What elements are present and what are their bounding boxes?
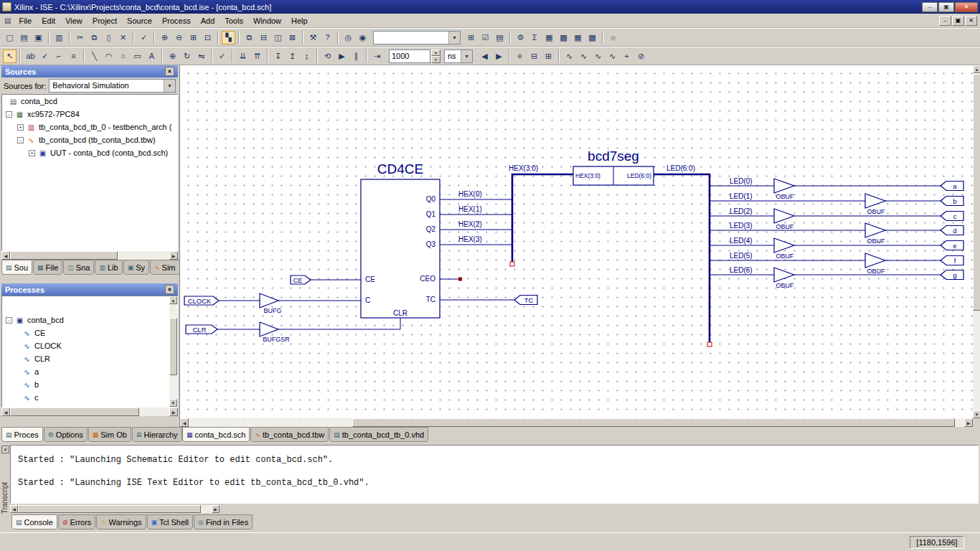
run-sim-icon[interactable]: ▶	[335, 50, 349, 63]
close-button[interactable]: ✕	[955, 2, 978, 12]
schematic-drawing-area[interactable]: CD4CE Q0 Q1 Q2 Q3 CEO TC CE C CLR HEX(0)…	[180, 65, 973, 418]
tab-sources[interactable]: ▤ Sou	[1, 260, 32, 275]
tree-item-a[interactable]: ∿ a	[2, 365, 177, 378]
disable-icon[interactable]: ⊘	[634, 50, 648, 63]
bufg-symbol[interactable]	[260, 293, 278, 308]
tree-item-testbench-arch[interactable]: + ▥ tb_conta_bcd_tb_0 - testbench_arch (	[2, 121, 177, 133]
menu-file[interactable]: File	[14, 14, 37, 27]
save-icon[interactable]: ▣	[32, 31, 45, 44]
net-hex-bus[interactable]: HEX(3:0)	[509, 164, 573, 266]
close-icon[interactable]: ✕	[165, 67, 174, 76]
net-hex-wires[interactable]: HEX(0) HEX(1) HEX(2) HEX(3)	[440, 190, 512, 245]
separator[interactable]	[211, 50, 212, 62]
bus-label-led[interactable]: LED(6:0)	[666, 164, 695, 172]
net-label-hex2[interactable]: HEX(2)	[458, 220, 482, 228]
tree-item-uut[interactable]: + ▣ UUT - conta_bcd (conta_bcd.sch)	[2, 146, 177, 159]
tab-processes[interactable]: ▤ Proces	[1, 427, 43, 442]
led-output-rows[interactable]: LED(0) OBUF a LED(1) OBUF b LED(2) OBUF	[710, 177, 963, 289]
tree-expander[interactable]: +	[29, 150, 35, 156]
pan-icon[interactable]: +	[620, 50, 633, 63]
check-schematic-icon[interactable]: ✓	[215, 50, 229, 63]
separator[interactable]	[509, 50, 510, 62]
menu-process[interactable]: Process	[157, 14, 196, 27]
net-label-hex3[interactable]: HEX(3)	[458, 235, 482, 243]
next-page-icon[interactable]: ▶	[492, 50, 506, 63]
obuf-symbol[interactable]	[774, 209, 794, 223]
canvas-vscrollbar[interactable]: ▲ ▼	[973, 65, 980, 418]
selection-handle[interactable]	[510, 262, 514, 266]
menu-project[interactable]: Project	[88, 14, 122, 27]
output-port-b[interactable]	[941, 197, 963, 206]
draw-rect-icon[interactable]: ▭	[131, 50, 144, 63]
chevron-down-icon[interactable]: ▼	[164, 80, 175, 92]
schematic-svg[interactable]: CD4CE Q0 Q1 Q2 Q3 CEO TC CE C CLR HEX(0)…	[180, 65, 973, 418]
separator[interactable]	[302, 31, 303, 44]
minimize-button[interactable]: –	[922, 2, 938, 12]
obuf-symbol[interactable]	[774, 268, 794, 282]
new-document-icon[interactable]: ▢	[3, 31, 17, 44]
close-icon[interactable]: ✕	[1, 446, 9, 453]
tab-console[interactable]: ▤ Console	[11, 514, 57, 529]
tree-item-clr[interactable]: ∿ CLR	[2, 352, 177, 365]
menu-view[interactable]: View	[60, 14, 88, 27]
obuf-symbol[interactable]	[865, 223, 885, 237]
menu-source[interactable]: Source	[122, 14, 157, 27]
tab-tb-conta-bcd-tb-0-vhd[interactable]: ▤ tb_conta_bcd_tb_0.vhd	[329, 427, 428, 442]
output-port-tc[interactable]: TC	[440, 296, 537, 305]
separator[interactable]	[69, 31, 70, 44]
check-source-icon[interactable]: ☑	[479, 31, 492, 44]
output-port-c[interactable]	[941, 212, 963, 221]
net-label-led4[interactable]: LED(4)	[730, 237, 753, 245]
cut-icon[interactable]: ✂	[73, 31, 87, 44]
symbol-check-icon[interactable]: ✓	[38, 50, 52, 63]
help-icon[interactable]: ?	[321, 31, 334, 44]
chevron-down-icon[interactable]: ▼	[448, 32, 460, 44]
zoom-out-icon[interactable]: ⊖	[172, 31, 186, 44]
sources-hscrollbar[interactable]: ◀ ▶	[1, 251, 178, 260]
wave-prev-icon[interactable]: ∿	[577, 50, 590, 63]
menu-tools[interactable]: Tools	[220, 14, 248, 27]
add-text-icon[interactable]: A	[145, 50, 159, 63]
find-icon[interactable]: ◎	[341, 31, 355, 44]
toggle-check-icon[interactable]: ✓	[137, 31, 151, 44]
hierarchy-push-icon[interactable]: ⇊	[236, 50, 250, 63]
find-in-files-icon[interactable]: ◉	[356, 31, 369, 44]
tree-item-conta-bcd[interactable]: ▤ conta_bcd	[2, 95, 177, 108]
tree-expander[interactable]: +	[17, 124, 24, 131]
tab-snapshots[interactable]: ◫ Sna	[63, 260, 94, 275]
tab-sim-objects[interactable]: ▦ Sim Ob	[88, 427, 131, 442]
component-cd4ce[interactable]: CD4CE Q0 Q1 Q2 Q3 CEO TC CE C CLR	[361, 161, 440, 318]
separator[interactable]	[19, 50, 21, 62]
tab-conta-bcd-sch[interactable]: ▦ conta_bcd.sch	[182, 427, 250, 442]
add-bus-icon[interactable]: ≡	[67, 50, 80, 63]
collapse-all-icon[interactable]: ⊟	[527, 50, 541, 63]
separator[interactable]	[217, 31, 219, 44]
restore-button[interactable]: ▣	[938, 2, 954, 12]
restart-sim-icon[interactable]: ⟲	[321, 50, 334, 63]
input-port-clr[interactable]: CLR BUFGSR	[186, 318, 400, 343]
mdi-minimize-button[interactable]: –	[939, 16, 951, 26]
separator[interactable]	[232, 50, 233, 62]
net-label-led0[interactable]: LED(0)	[730, 177, 753, 185]
separator[interactable]	[238, 31, 240, 44]
net-led-bus[interactable]: LED(6:0)	[654, 164, 712, 347]
close-window-icon[interactable]: ⊠	[286, 31, 299, 44]
tab-sim[interactable]: ∿ Sim	[150, 260, 180, 275]
tree-item-ce[interactable]: ∿ CE	[2, 326, 177, 339]
console-hscrollbar[interactable]: ◀ ▶	[10, 505, 220, 513]
separator[interactable]	[558, 50, 560, 62]
console-output[interactable]: Started : "Launching Schematic Editor to…	[10, 445, 979, 504]
mdi-close-button[interactable]: ✕	[965, 16, 977, 26]
output-port-f[interactable]	[941, 256, 963, 265]
tab-libraries[interactable]: ▥ Lib	[95, 260, 122, 275]
mdi-restore-button[interactable]: ▣	[952, 16, 964, 26]
tree-item-tbw[interactable]: - ∿ tb_conta_bcd (tb_conta_bcd.tbw)	[2, 133, 177, 146]
tile-vertical-icon[interactable]: ◫	[271, 31, 285, 44]
sim-time-unit-select[interactable]: ns ▼	[444, 50, 473, 63]
separator[interactable]	[154, 31, 155, 44]
net-ceo-stub[interactable]	[440, 278, 462, 281]
component-bcd7seg-title[interactable]: bcd7seg	[588, 149, 639, 164]
selection-handle[interactable]	[707, 342, 712, 347]
component-bcd7seg[interactable]: bcd7seg HEX(3:0) LED(6:0)	[573, 149, 654, 185]
tile-horizontal-icon[interactable]: ⊟	[257, 31, 270, 44]
